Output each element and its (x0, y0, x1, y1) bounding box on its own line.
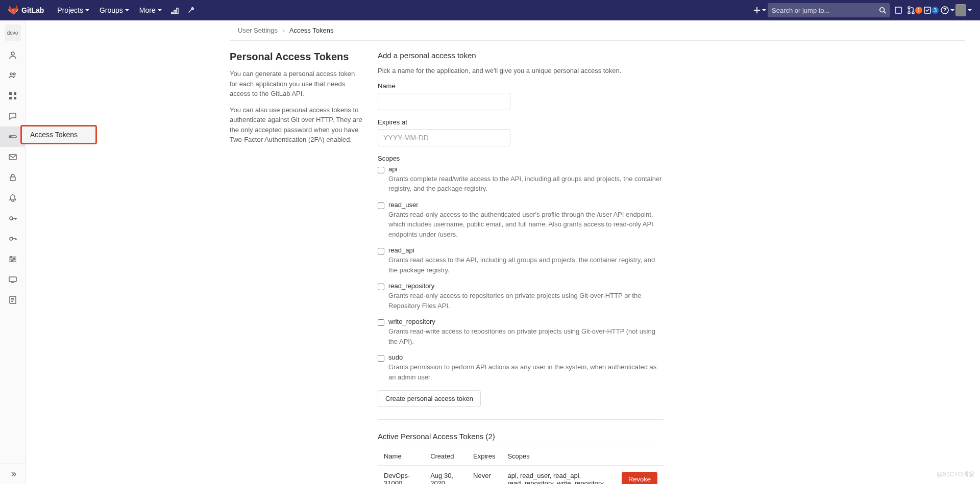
scope-checkbox-read_repository[interactable] (378, 284, 384, 290)
svg-point-23 (10, 257, 12, 258)
svg-rect-4 (895, 7, 901, 13)
sidebar-applications[interactable] (0, 86, 25, 106)
scope-description: Grants read access to the API, including… (388, 255, 664, 275)
sidebar-collapse-toggle[interactable] (0, 464, 25, 484)
scope-api: api Grants complete read/write access to… (378, 165, 664, 194)
active-tokens-title: Active Personal Access Tokens (2) (378, 432, 664, 441)
scope-name-label: api (388, 165, 664, 173)
svg-rect-19 (9, 155, 16, 160)
global-search[interactable] (768, 3, 890, 17)
scope-checkbox-api[interactable] (378, 167, 384, 173)
top-navigation-bar: GitLab Projects Groups More 1 3 (0, 0, 980, 20)
scope-name-label: read_user (388, 201, 664, 209)
revoke-button[interactable]: Revoke (622, 472, 657, 484)
th-scopes: Scopes (501, 447, 616, 466)
sidebar-account[interactable] (0, 65, 25, 86)
chevron-down-icon (968, 9, 972, 11)
sidebar-gpg-keys[interactable] (0, 228, 25, 249)
sidebar-ssh-keys[interactable] (0, 208, 25, 228)
merge-requests-icon[interactable]: 1 (906, 0, 923, 20)
divider (378, 419, 664, 420)
svg-rect-1 (174, 10, 176, 14)
sidebar-active-sessions[interactable] (0, 269, 25, 290)
name-label: Name (378, 82, 664, 90)
search-input[interactable] (772, 7, 879, 14)
svg-rect-13 (9, 92, 12, 95)
plus-dropdown[interactable] (751, 0, 768, 20)
mr-count-badge: 1 (915, 7, 922, 14)
nav-groups[interactable]: Groups (94, 0, 134, 20)
sidebar-profile[interactable] (0, 45, 25, 65)
sidebar-emails[interactable] (0, 147, 25, 167)
scope-description: Grants read-write access to repositories… (388, 326, 664, 346)
scope-name-label: read_api (388, 246, 664, 254)
scopes-label: Scopes (378, 155, 664, 162)
svg-point-5 (908, 7, 910, 9)
chevron-down-icon (85, 9, 89, 11)
expires-input[interactable] (378, 129, 510, 146)
scope-read_user: read_user Grants read-only access to the… (378, 201, 664, 240)
help-icon[interactable] (939, 0, 955, 20)
scope-write_repository: write_repository Grants read-write acces… (378, 318, 664, 346)
scope-checkbox-read_api[interactable] (378, 248, 384, 254)
sidebar-user-avatar[interactable]: devo (5, 24, 21, 41)
th-expires: Expires (467, 447, 501, 466)
svg-rect-20 (10, 177, 15, 181)
form-heading: Add a personal access token (378, 51, 664, 60)
token-scopes: api, read_user, read_api, read_repositor… (501, 466, 616, 485)
chevron-down-icon (950, 9, 954, 11)
sidebar-notifications[interactable] (0, 188, 25, 208)
svg-point-6 (908, 12, 910, 14)
watermark: @51CTO博客 (937, 470, 975, 479)
scope-checkbox-write_repository[interactable] (378, 319, 384, 326)
token-created: Aug 30, 2020 (424, 466, 467, 485)
svg-point-7 (912, 12, 914, 14)
svg-point-22 (10, 237, 13, 240)
svg-rect-2 (177, 8, 178, 14)
left-sidebar: devo (0, 20, 26, 484)
svg-rect-16 (14, 97, 16, 99)
chevron-down-icon (762, 9, 766, 11)
scope-description: Grants complete read/write access to the… (388, 174, 664, 194)
scope-read_repository: read_repository Grants read-only access … (378, 282, 664, 311)
svg-point-24 (13, 259, 15, 260)
activity-icon[interactable] (167, 0, 183, 20)
search-icon (879, 7, 886, 14)
sidebar-password[interactable] (0, 167, 25, 188)
form-subheading: Pick a name for the application, and we'… (378, 66, 664, 76)
scope-description: Grants read-only access to repositories … (388, 291, 664, 311)
sidebar-chat[interactable] (0, 106, 25, 126)
chevron-down-icon (125, 9, 129, 11)
wrench-icon[interactable] (183, 0, 200, 20)
name-input[interactable] (378, 93, 510, 110)
scope-name-label: read_repository (388, 282, 664, 290)
th-name: Name (378, 447, 424, 466)
scope-name-label: write_repository (388, 318, 664, 325)
brand-text: GitLab (21, 6, 44, 14)
token-row: DevOps-31000 Aug 30, 2020 Never api, rea… (378, 466, 664, 485)
svg-rect-15 (9, 97, 12, 99)
scope-description: Grants permission to perform API actions… (388, 362, 664, 382)
create-token-button[interactable]: Create personal access token (378, 390, 481, 407)
nav-more[interactable]: More (134, 0, 167, 20)
breadcrumb-parent[interactable]: User Settings (238, 27, 278, 34)
sidebar-flyout-access-tokens[interactable]: Access Tokens (20, 125, 97, 144)
gitlab-logo[interactable]: GitLab (8, 5, 44, 15)
scope-checkbox-sudo[interactable] (378, 355, 384, 362)
token-expires: Never (467, 466, 501, 485)
page-description-2: You can also use personal access tokens … (230, 105, 362, 145)
user-avatar (955, 4, 966, 16)
breadcrumb-current: Access Tokens (289, 27, 333, 34)
todos-icon[interactable]: 3 (923, 0, 939, 20)
active-tokens-table: Name Created Expires Scopes DevOps-31000… (378, 447, 664, 484)
svg-point-3 (880, 8, 885, 12)
svg-point-25 (11, 261, 13, 262)
user-menu[interactable] (955, 0, 972, 20)
chevron-down-icon (158, 9, 162, 11)
nav-projects[interactable]: Projects (52, 0, 94, 20)
sidebar-preferences[interactable] (0, 249, 25, 269)
scope-checkbox-read_user[interactable] (378, 202, 384, 209)
sidebar-authentication-log[interactable] (0, 290, 25, 310)
svg-point-21 (10, 217, 13, 220)
issues-icon[interactable] (890, 0, 906, 20)
